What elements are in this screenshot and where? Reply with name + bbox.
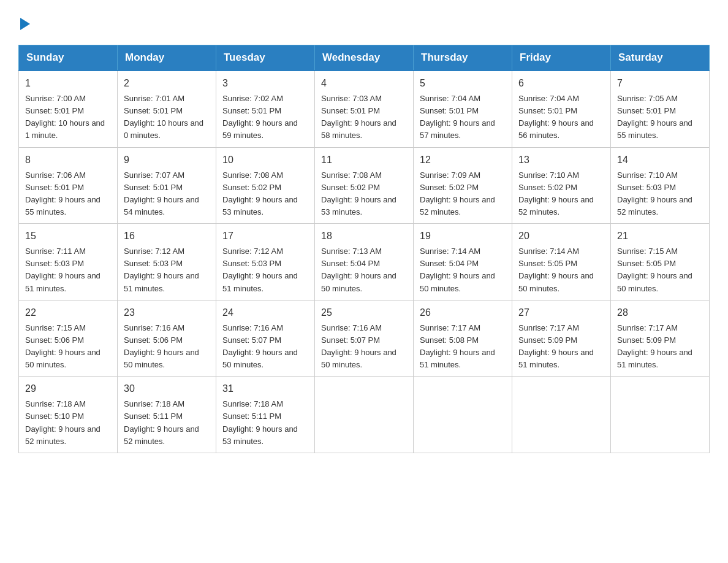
calendar-week-row: 22Sunrise: 7:15 AMSunset: 5:06 PMDayligh… bbox=[19, 300, 710, 377]
day-info: Sunrise: 7:18 AMSunset: 5:11 PMDaylight:… bbox=[124, 398, 210, 448]
calendar-table: SundayMondayTuesdayWednesdayThursdayFrid… bbox=[18, 45, 710, 453]
day-number: 8 bbox=[25, 153, 111, 167]
calendar-week-row: 1Sunrise: 7:00 AMSunset: 5:01 PMDaylight… bbox=[19, 71, 710, 147]
calendar-cell: 22Sunrise: 7:15 AMSunset: 5:06 PMDayligh… bbox=[19, 300, 118, 377]
day-number: 21 bbox=[617, 229, 703, 243]
calendar-cell: 15Sunrise: 7:11 AMSunset: 5:03 PMDayligh… bbox=[19, 224, 118, 301]
day-number: 10 bbox=[222, 153, 308, 167]
day-info: Sunrise: 7:01 AMSunset: 5:01 PMDaylight:… bbox=[124, 93, 210, 142]
calendar-cell: 29Sunrise: 7:18 AMSunset: 5:10 PMDayligh… bbox=[19, 377, 118, 453]
calendar-cell: 12Sunrise: 7:09 AMSunset: 5:02 PMDayligh… bbox=[414, 147, 512, 224]
day-number: 4 bbox=[321, 76, 407, 91]
calendar-cell: 13Sunrise: 7:10 AMSunset: 5:02 PMDayligh… bbox=[512, 147, 611, 224]
calendar-cell: 24Sunrise: 7:16 AMSunset: 5:07 PMDayligh… bbox=[216, 300, 315, 377]
calendar-cell: 14Sunrise: 7:10 AMSunset: 5:03 PMDayligh… bbox=[611, 147, 710, 224]
calendar-cell bbox=[611, 377, 710, 453]
day-info: Sunrise: 7:10 AMSunset: 5:02 PMDaylight:… bbox=[518, 169, 604, 219]
calendar-cell: 28Sunrise: 7:17 AMSunset: 5:09 PMDayligh… bbox=[611, 300, 710, 377]
day-info: Sunrise: 7:08 AMSunset: 5:02 PMDaylight:… bbox=[222, 169, 308, 219]
day-number: 25 bbox=[321, 305, 407, 320]
day-number: 19 bbox=[420, 229, 506, 243]
day-info: Sunrise: 7:11 AMSunset: 5:03 PMDaylight:… bbox=[25, 245, 111, 295]
logo bbox=[18, 12, 30, 33]
day-info: Sunrise: 7:07 AMSunset: 5:01 PMDaylight:… bbox=[124, 169, 210, 219]
calendar-cell: 8Sunrise: 7:06 AMSunset: 5:01 PMDaylight… bbox=[19, 147, 118, 224]
calendar-cell: 2Sunrise: 7:01 AMSunset: 5:01 PMDaylight… bbox=[118, 71, 216, 147]
logo-blue bbox=[18, 12, 30, 33]
day-number: 1 bbox=[25, 76, 111, 91]
calendar-header-tuesday: Tuesday bbox=[216, 45, 315, 71]
day-info: Sunrise: 7:04 AMSunset: 5:01 PMDaylight:… bbox=[420, 93, 506, 142]
day-info: Sunrise: 7:00 AMSunset: 5:01 PMDaylight:… bbox=[25, 93, 111, 142]
calendar-cell: 4Sunrise: 7:03 AMSunset: 5:01 PMDaylight… bbox=[315, 71, 414, 147]
day-number: 6 bbox=[518, 76, 604, 91]
logo-arrow-icon bbox=[20, 18, 30, 30]
calendar-cell: 21Sunrise: 7:15 AMSunset: 5:05 PMDayligh… bbox=[611, 224, 710, 301]
day-number: 26 bbox=[420, 305, 506, 320]
day-number: 22 bbox=[25, 305, 111, 320]
day-info: Sunrise: 7:16 AMSunset: 5:07 PMDaylight:… bbox=[222, 322, 308, 372]
day-number: 14 bbox=[617, 153, 703, 167]
calendar-week-row: 15Sunrise: 7:11 AMSunset: 5:03 PMDayligh… bbox=[19, 224, 710, 301]
calendar-header-wednesday: Wednesday bbox=[315, 45, 414, 71]
day-info: Sunrise: 7:14 AMSunset: 5:04 PMDaylight:… bbox=[420, 245, 506, 295]
calendar-cell: 26Sunrise: 7:17 AMSunset: 5:08 PMDayligh… bbox=[414, 300, 512, 377]
day-number: 16 bbox=[124, 229, 210, 243]
calendar-header-friday: Friday bbox=[512, 45, 611, 71]
day-info: Sunrise: 7:13 AMSunset: 5:04 PMDaylight:… bbox=[321, 245, 407, 295]
calendar-cell: 1Sunrise: 7:00 AMSunset: 5:01 PMDaylight… bbox=[19, 71, 118, 147]
day-number: 31 bbox=[222, 381, 308, 396]
calendar-header-row: SundayMondayTuesdayWednesdayThursdayFrid… bbox=[19, 45, 710, 71]
calendar-cell: 23Sunrise: 7:16 AMSunset: 5:06 PMDayligh… bbox=[118, 300, 216, 377]
day-number: 3 bbox=[222, 76, 308, 91]
day-info: Sunrise: 7:18 AMSunset: 5:10 PMDaylight:… bbox=[25, 398, 111, 448]
day-info: Sunrise: 7:04 AMSunset: 5:01 PMDaylight:… bbox=[518, 93, 604, 142]
day-info: Sunrise: 7:05 AMSunset: 5:01 PMDaylight:… bbox=[617, 93, 703, 142]
calendar-cell: 7Sunrise: 7:05 AMSunset: 5:01 PMDaylight… bbox=[611, 71, 710, 147]
day-number: 28 bbox=[617, 305, 703, 320]
day-info: Sunrise: 7:03 AMSunset: 5:01 PMDaylight:… bbox=[321, 93, 407, 142]
day-number: 12 bbox=[420, 153, 506, 167]
calendar-cell: 10Sunrise: 7:08 AMSunset: 5:02 PMDayligh… bbox=[216, 147, 315, 224]
day-number: 15 bbox=[25, 229, 111, 243]
day-number: 5 bbox=[420, 76, 506, 91]
day-info: Sunrise: 7:12 AMSunset: 5:03 PMDaylight:… bbox=[124, 245, 210, 295]
day-number: 9 bbox=[124, 153, 210, 167]
day-number: 20 bbox=[518, 229, 604, 243]
day-info: Sunrise: 7:09 AMSunset: 5:02 PMDaylight:… bbox=[420, 169, 506, 219]
calendar-header-saturday: Saturday bbox=[611, 45, 710, 71]
calendar-cell: 18Sunrise: 7:13 AMSunset: 5:04 PMDayligh… bbox=[315, 224, 414, 301]
calendar-cell: 27Sunrise: 7:17 AMSunset: 5:09 PMDayligh… bbox=[512, 300, 611, 377]
day-info: Sunrise: 7:06 AMSunset: 5:01 PMDaylight:… bbox=[25, 169, 111, 219]
calendar-cell bbox=[512, 377, 611, 453]
calendar-cell: 20Sunrise: 7:14 AMSunset: 5:05 PMDayligh… bbox=[512, 224, 611, 301]
day-info: Sunrise: 7:14 AMSunset: 5:05 PMDaylight:… bbox=[518, 245, 604, 295]
day-info: Sunrise: 7:10 AMSunset: 5:03 PMDaylight:… bbox=[617, 169, 703, 219]
calendar-cell: 9Sunrise: 7:07 AMSunset: 5:01 PMDaylight… bbox=[118, 147, 216, 224]
day-info: Sunrise: 7:18 AMSunset: 5:11 PMDaylight:… bbox=[222, 398, 308, 448]
day-info: Sunrise: 7:16 AMSunset: 5:07 PMDaylight:… bbox=[321, 322, 407, 372]
calendar-week-row: 29Sunrise: 7:18 AMSunset: 5:10 PMDayligh… bbox=[19, 377, 710, 453]
day-number: 27 bbox=[518, 305, 604, 320]
day-info: Sunrise: 7:17 AMSunset: 5:09 PMDaylight:… bbox=[518, 322, 604, 372]
calendar-cell: 25Sunrise: 7:16 AMSunset: 5:07 PMDayligh… bbox=[315, 300, 414, 377]
day-number: 11 bbox=[321, 153, 407, 167]
calendar-cell: 5Sunrise: 7:04 AMSunset: 5:01 PMDaylight… bbox=[414, 71, 512, 147]
day-number: 2 bbox=[124, 76, 210, 91]
calendar-header-thursday: Thursday bbox=[414, 45, 512, 71]
page-header bbox=[18, 12, 710, 33]
calendar-cell: 3Sunrise: 7:02 AMSunset: 5:01 PMDaylight… bbox=[216, 71, 315, 147]
day-number: 23 bbox=[124, 305, 210, 320]
calendar-cell bbox=[414, 377, 512, 453]
day-number: 13 bbox=[518, 153, 604, 167]
day-number: 17 bbox=[222, 229, 308, 243]
day-number: 29 bbox=[25, 381, 111, 396]
day-number: 30 bbox=[124, 381, 210, 396]
day-info: Sunrise: 7:16 AMSunset: 5:06 PMDaylight:… bbox=[124, 322, 210, 372]
calendar-header-sunday: Sunday bbox=[19, 45, 118, 71]
calendar-cell: 6Sunrise: 7:04 AMSunset: 5:01 PMDaylight… bbox=[512, 71, 611, 147]
calendar-cell: 31Sunrise: 7:18 AMSunset: 5:11 PMDayligh… bbox=[216, 377, 315, 453]
day-number: 7 bbox=[617, 76, 703, 91]
day-number: 18 bbox=[321, 229, 407, 243]
day-info: Sunrise: 7:15 AMSunset: 5:05 PMDaylight:… bbox=[617, 245, 703, 295]
